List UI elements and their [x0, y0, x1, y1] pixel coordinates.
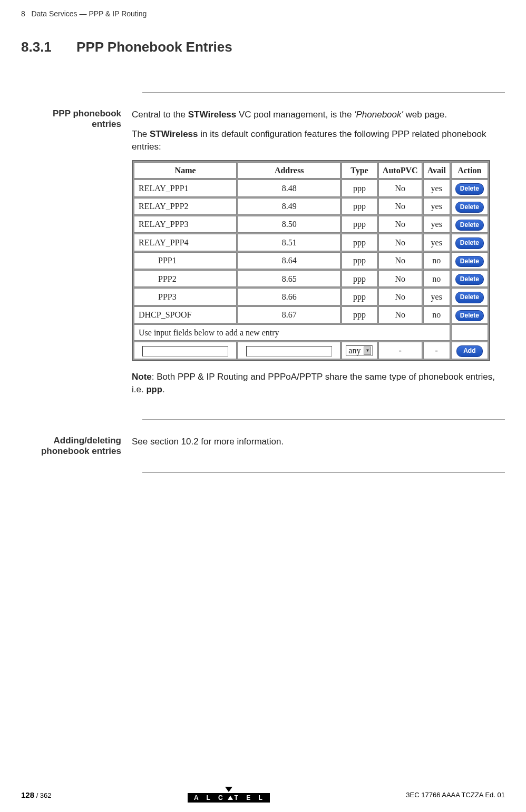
delete-button[interactable]: Delete	[455, 256, 484, 267]
table-row: RELAY_PPP28.49pppNoyesDelete	[134, 198, 488, 215]
cell-action: Delete	[451, 234, 488, 251]
input-type-cell: any▼	[342, 342, 377, 359]
cell-avail: no	[423, 270, 450, 287]
table-row: RELAY_PPP18.48pppNoyesDelete	[134, 180, 488, 196]
cell-type: ppp	[342, 234, 377, 251]
input-name-cell	[134, 342, 237, 359]
cell-avail: yes	[423, 288, 450, 305]
delete-button[interactable]: Delete	[455, 183, 484, 194]
note-paragraph: Note: Both PPP & IP Routing and PPPoA/PP…	[132, 371, 505, 397]
section-title-text: PPP Phonebook Entries	[76, 39, 232, 55]
cell-action: Delete	[451, 288, 488, 305]
cell-action: Delete	[451, 306, 488, 323]
page-footer: 128 / 362 A L CT E L 3EC 17766 AAAA TCZZ…	[21, 787, 505, 803]
hint-row: Use input fields below to add a new entr…	[134, 324, 488, 341]
cell-autopvc: No	[378, 234, 422, 251]
input-address-cell	[238, 342, 340, 359]
content-body-phonebook: Central to the STWireless VC pool manage…	[132, 108, 505, 403]
cell-type: ppp	[342, 252, 377, 269]
content-body-adding: See section 10.2 for more information.	[132, 435, 505, 457]
cell-name: RELAY_PPP1	[134, 180, 237, 196]
delete-button[interactable]: Delete	[455, 220, 484, 231]
cell-action: Delete	[451, 198, 488, 215]
cell-avail: yes	[423, 180, 450, 196]
chapter-number: 8	[21, 9, 25, 18]
cell-address: 8.48	[238, 180, 340, 196]
logo-text: A L CT E L	[188, 793, 270, 803]
cell-address: 8.66	[238, 288, 340, 305]
delete-button[interactable]: Delete	[455, 202, 484, 213]
cell-type: ppp	[342, 270, 377, 287]
type-value: any	[348, 344, 361, 357]
alcatel-logo: A L CT E L	[188, 787, 270, 803]
cell-action: Delete	[451, 252, 488, 269]
paragraph-2: The STWireless in its default configurat…	[132, 128, 505, 154]
input-action-cell: Add	[451, 342, 488, 359]
cell-address: 8.51	[238, 234, 340, 251]
chapter-title: Data Services — PPP & IP Routing	[31, 9, 147, 18]
input-autopvc-cell: -	[378, 342, 422, 359]
chevron-down-icon: ▼	[364, 346, 371, 355]
block-adding-deleting: Adding/deleting phonebook entries See se…	[21, 435, 505, 457]
cell-autopvc: No	[378, 216, 422, 233]
cell-type: ppp	[342, 216, 377, 233]
divider	[142, 92, 505, 93]
cell-type: ppp	[342, 306, 377, 323]
paragraph-1: Central to the STWireless VC pool manage…	[132, 108, 505, 122]
cell-name: RELAY_PPP4	[134, 234, 237, 251]
col-avail: Avail	[423, 162, 450, 179]
cell-name: PPP2	[134, 270, 237, 287]
page-total: / 362	[34, 791, 52, 799]
cell-address: 8.64	[238, 252, 340, 269]
cell-type: ppp	[342, 180, 377, 196]
cell-address: 8.50	[238, 216, 340, 233]
side-label-adding: Adding/deleting phonebook entries	[21, 435, 132, 457]
input-avail-cell: -	[423, 342, 450, 359]
delete-button[interactable]: Delete	[455, 237, 484, 249]
cell-name: RELAY_PPP2	[134, 198, 237, 215]
page-current: 128	[21, 790, 34, 799]
block-ppp-phonebook: PPP phonebook entries Central to the STW…	[21, 108, 505, 403]
cell-name: PPP1	[134, 252, 237, 269]
cell-action: Delete	[451, 270, 488, 287]
delete-button[interactable]: Delete	[455, 310, 484, 321]
cell-name: RELAY_PPP3	[134, 216, 237, 233]
page-number-block: 128 / 362	[21, 790, 52, 799]
doc-reference: 3EC 17766 AAAA TCZZA Ed. 01	[406, 791, 505, 799]
cell-address: 8.65	[238, 270, 340, 287]
type-select[interactable]: any▼	[346, 345, 373, 356]
section-heading: 8.3.1 PPP Phonebook Entries	[21, 39, 505, 55]
table-header: Name Address Type AutoPVC Avail Action	[134, 162, 488, 179]
cell-autopvc: No	[378, 198, 422, 215]
name-input[interactable]	[142, 346, 228, 357]
section-number: 8.3.1	[21, 39, 52, 55]
delete-button[interactable]: Delete	[455, 292, 484, 303]
table-row: RELAY_PPP38.50pppNoyesDelete	[134, 216, 488, 233]
logo-up-triangle-icon	[228, 796, 233, 800]
col-name: Name	[134, 162, 237, 179]
table-row: DHCP_SPOOF8.67pppNonoDelete	[134, 306, 488, 323]
divider	[142, 419, 505, 420]
cell-type: ppp	[342, 288, 377, 305]
cell-address: 8.49	[238, 198, 340, 215]
delete-button[interactable]: Delete	[455, 274, 484, 285]
divider	[142, 472, 505, 473]
cell-name: PPP3	[134, 288, 237, 305]
table-row: PPP18.64pppNonoDelete	[134, 252, 488, 269]
cell-type: ppp	[342, 198, 377, 215]
cell-autopvc: No	[378, 306, 422, 323]
address-input[interactable]	[246, 346, 332, 357]
cell-avail: yes	[423, 216, 450, 233]
cell-avail: no	[423, 252, 450, 269]
side-label-phonebook: PPP phonebook entries	[21, 108, 132, 403]
cell-autopvc: No	[378, 270, 422, 287]
table-row: RELAY_PPP48.51pppNoyesDelete	[134, 234, 488, 251]
cell-action: Delete	[451, 180, 488, 196]
add-button[interactable]: Add	[456, 345, 483, 357]
cell-avail: yes	[423, 234, 450, 251]
cell-autopvc: No	[378, 252, 422, 269]
cell-name: DHCP_SPOOF	[134, 306, 237, 323]
cell-action: Delete	[451, 216, 488, 233]
col-autopvc: AutoPVC	[378, 162, 422, 179]
hint-text: Use input fields below to add a new entr…	[134, 324, 450, 341]
